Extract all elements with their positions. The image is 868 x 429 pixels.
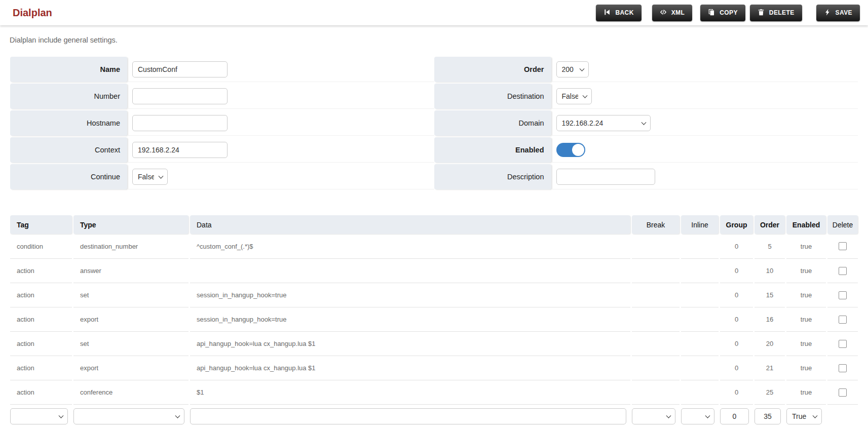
cell-type: conference	[73, 380, 188, 404]
cell-inline	[681, 356, 719, 380]
cell-order: 16	[754, 307, 785, 331]
cell-tag: action	[10, 356, 72, 380]
new-data-input[interactable]	[190, 408, 626, 424]
cell-tag: condition	[10, 234, 72, 258]
step-backward-icon	[603, 9, 611, 17]
delete-checkbox[interactable]	[839, 267, 847, 275]
new-inline-select[interactable]	[681, 408, 714, 424]
cell-tag: action	[10, 283, 72, 307]
column-header-group: Group	[720, 215, 753, 234]
context-label: Context	[10, 137, 127, 163]
code-icon	[660, 9, 667, 17]
form-row: Hostname	[10, 110, 434, 136]
column-header-tag: Tag	[10, 215, 72, 234]
enabled-toggle[interactable]	[556, 143, 585, 157]
form-right-column: Order 200 Destination False Domain 192.1…	[434, 57, 858, 191]
cell-order: 25	[754, 380, 785, 404]
new-tag-select[interactable]	[10, 408, 68, 424]
app-header: Dialplan BACK XML COPY DELETE SAVE	[0, 0, 868, 25]
column-header-enabled: Enabled	[786, 215, 826, 234]
form-row: Context	[10, 137, 434, 163]
form-row: Destination False	[434, 84, 858, 109]
continue-label: Continue	[10, 164, 127, 189]
delete-checkbox[interactable]	[839, 316, 847, 324]
new-order-input[interactable]	[754, 408, 781, 424]
form-row: Description	[434, 164, 858, 189]
toolbar: BACK XML COPY DELETE SAVE	[596, 5, 860, 21]
domain-label: Domain	[434, 110, 551, 136]
number-input[interactable]	[132, 88, 228, 104]
cell-data: ^custom_conf_(.*)$	[190, 234, 630, 258]
cell-order: 15	[754, 283, 785, 307]
cell-break	[632, 258, 680, 283]
table-row: action export session_in_hangup_hook=tru…	[10, 307, 858, 331]
cell-enabled: true	[786, 283, 826, 307]
order-select[interactable]: 200	[556, 61, 589, 77]
description-label: Description	[434, 164, 551, 189]
new-enabled-select[interactable]: True	[786, 408, 822, 424]
cell-enabled: true	[786, 258, 826, 283]
delete-checkbox[interactable]	[839, 340, 847, 348]
delete-checkbox[interactable]	[839, 364, 847, 372]
button-label: COPY	[720, 9, 738, 16]
cell-tag: action	[10, 380, 72, 404]
new-type-select[interactable]	[73, 408, 184, 424]
cell-enabled: true	[786, 234, 826, 258]
destination-select[interactable]: False	[556, 88, 592, 104]
cell-enabled: true	[786, 307, 826, 331]
table-body: condition destination_number ^custom_con…	[10, 234, 858, 404]
form-row: Order 200	[434, 57, 858, 82]
cell-data: $1	[190, 380, 630, 404]
new-group-input[interactable]	[720, 408, 749, 424]
delete-checkbox[interactable]	[839, 242, 847, 250]
cell-inline	[681, 331, 719, 356]
cell-group: 0	[720, 283, 753, 307]
copy-button[interactable]: COPY	[700, 5, 745, 21]
column-header-inline: Inline	[681, 215, 719, 234]
new-break-select[interactable]	[632, 408, 675, 424]
dialplan-details-table: Tag Type Data Break Inline Group Order E…	[10, 215, 858, 429]
cell-inline	[681, 380, 719, 404]
cell-break	[632, 307, 680, 331]
cell-order: 21	[754, 356, 785, 380]
back-button[interactable]: BACK	[596, 5, 641, 21]
domain-select[interactable]: 192.168.2.24	[556, 115, 651, 131]
cell-type: answer	[73, 258, 188, 283]
cell-data: api_hangup_hook=lua cx_hangup.lua $1	[190, 356, 630, 380]
order-label: Order	[434, 57, 551, 82]
cell-inline	[681, 307, 719, 331]
form-row: Enabled	[434, 137, 858, 163]
name-input[interactable]	[132, 61, 228, 77]
cell-order: 5	[754, 234, 785, 258]
cell-order: 20	[754, 331, 785, 356]
cell-group: 0	[720, 307, 753, 331]
cell-group: 0	[720, 380, 753, 404]
cell-tag: action	[10, 331, 72, 356]
form-row: Domain 192.168.2.24	[434, 110, 858, 136]
delete-checkbox[interactable]	[839, 291, 847, 299]
cell-data: session_in_hangup_hook=true	[190, 283, 630, 307]
column-header-delete: Delete	[827, 215, 858, 234]
copy-icon	[708, 9, 715, 17]
description-input[interactable]	[556, 169, 655, 185]
cell-enabled: true	[786, 380, 826, 404]
delete-checkbox[interactable]	[839, 388, 847, 397]
cell-group: 0	[720, 356, 753, 380]
trash-icon	[758, 9, 765, 17]
save-button[interactable]: SAVE	[816, 5, 860, 21]
cell-inline	[681, 283, 719, 307]
delete-button[interactable]: DELETE	[750, 5, 802, 21]
cell-break	[632, 283, 680, 307]
cell-data: api_hangup_hook=lua cx_hangup.lua $1	[190, 331, 630, 356]
table-row: action conference $1 0 25 true	[10, 380, 858, 404]
context-input[interactable]	[132, 142, 228, 158]
cell-type: export	[73, 307, 188, 331]
hostname-input[interactable]	[132, 115, 228, 131]
table-row: action set api_hangup_hook=lua cx_hangup…	[10, 331, 858, 356]
form-left-column: Name Number Hostname Context Continue Fa…	[10, 57, 434, 191]
cell-data	[190, 258, 630, 283]
continue-select[interactable]: False	[132, 169, 168, 185]
xml-button[interactable]: XML	[652, 5, 693, 21]
column-header-break: Break	[632, 215, 680, 234]
column-header-order: Order	[754, 215, 785, 234]
